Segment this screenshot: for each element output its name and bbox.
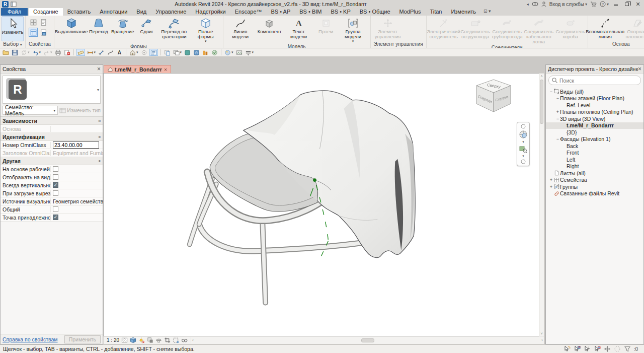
crop-view-icon[interactable]	[164, 337, 171, 343]
tree-item-3d-виды-3d-view-[interactable]: −3D виды (3D View)	[546, 115, 643, 122]
scroll-left-icon[interactable]: ‹	[191, 338, 195, 342]
ribbon-tab-bs-bim[interactable]: BS • BIM	[295, 8, 326, 16]
property-checkbox[interactable]	[53, 166, 58, 172]
customize-qat-icon[interactable]: ▾	[245, 49, 255, 56]
property-value[interactable]	[51, 174, 103, 180]
aligned-dimension-icon[interactable]	[98, 49, 105, 56]
vertical-scrollbar[interactable]: ˄ ˅	[539, 73, 544, 336]
ribbon-tab-файл[interactable]: Файл	[1, 8, 28, 16]
steering-wheel-icon[interactable]	[519, 130, 528, 139]
tool-model-text[interactable]: AТекст модели	[283, 16, 314, 44]
plugin-c-icon[interactable]	[202, 49, 209, 56]
revit-logo-icon[interactable]: R	[2, 1, 9, 8]
print-icon[interactable]	[54, 49, 62, 56]
sync-icon[interactable]: ▾	[20, 49, 30, 56]
properties-close-icon[interactable]: ×	[97, 65, 101, 73]
section-collapse-icon[interactable]: «	[97, 135, 102, 138]
help-icon[interactable]: ? ▾	[600, 1, 609, 7]
select-links-icon[interactable]	[564, 345, 571, 352]
tree-item-right[interactable]: Right	[546, 163, 643, 170]
tree-expander-icon[interactable]: −	[555, 136, 560, 142]
tool-reference-line[interactable]: Вспомогательная линия	[590, 16, 621, 41]
property-value[interactable]: ✓	[51, 182, 103, 188]
collapse-search-icon[interactable]: ◂	[527, 2, 529, 7]
open-folder-icon[interactable]	[2, 49, 10, 56]
ribbon-tab-управление[interactable]: Управление	[151, 8, 191, 16]
tree-expander-icon[interactable]: +	[549, 177, 553, 182]
section-collapse-icon[interactable]: «	[97, 160, 102, 162]
property-value[interactable]: Equipment and Furnishings	[51, 150, 103, 156]
property-value[interactable]: Геометрия семейства	[51, 198, 103, 204]
type-selector[interactable]: R ▾	[3, 76, 101, 104]
editable-only-icon[interactable]	[614, 345, 621, 352]
tool-component[interactable]: Компонент	[257, 16, 283, 44]
zoom-tool-icon[interactable]	[519, 145, 527, 153]
properties-palette-icon[interactable]	[29, 28, 38, 37]
scale-button[interactable]: 1 : 20	[107, 337, 119, 343]
nav-options-bottom-icon[interactable]	[521, 159, 526, 164]
copy-icon[interactable]	[164, 49, 171, 56]
vertical-scroll-thumb[interactable]	[540, 80, 543, 124]
tool-void-forms[interactable]: Полые формы▾	[190, 16, 221, 44]
tree-expander-icon[interactable]: −	[555, 96, 560, 101]
property-row[interactable]: Отображать на видах в ...	[1, 173, 103, 181]
render-icon[interactable]: ▾	[224, 49, 234, 56]
scroll-down-icon[interactable]: ˅	[540, 331, 542, 336]
tool-model-group[interactable]: Группа модели▾	[338, 16, 369, 44]
drag-on-selection-icon[interactable]	[604, 345, 611, 352]
tree-expander-icon[interactable]: −	[555, 116, 560, 121]
tree-item--3d-[interactable]: {3D}	[546, 129, 643, 136]
ribbon-tab-modplus[interactable]: ModPlus	[395, 8, 426, 16]
edit-type-button[interactable]: Изменить тип	[59, 107, 101, 113]
property-row[interactable]: Источник визуального ...Геометрия семейс…	[1, 197, 103, 205]
visual-style-icon[interactable]	[130, 337, 136, 343]
zoom-tool-caret-icon[interactable]: ▾	[522, 154, 524, 158]
tool-menu-caret-icon[interactable]: ▾	[352, 39, 354, 43]
property-checkbox[interactable]: ✓	[53, 215, 58, 220]
scroll-up-icon[interactable]: ˄	[540, 74, 542, 79]
steering-wheel-caret-icon[interactable]: ▾	[522, 140, 524, 144]
browser-search[interactable]	[548, 76, 641, 85]
ribbon-tab-изменить[interactable]: Изменить	[446, 8, 480, 16]
ribbon-tab-вставить[interactable]: Вставить	[63, 8, 96, 16]
tree-item-группы[interactable]: +Группы	[546, 183, 643, 190]
ribbon-tab-создание[interactable]: Создание	[29, 8, 63, 16]
select-by-face-icon[interactable]	[594, 345, 601, 352]
property-row[interactable]: Общий	[1, 205, 103, 214]
tool-revolve[interactable]: Вращение	[110, 16, 135, 44]
select-pinned-icon[interactable]	[584, 345, 591, 352]
restore-button[interactable]	[623, 1, 631, 7]
switch-windows-icon[interactable]: ▾	[173, 49, 183, 56]
family-category-icon[interactable]	[29, 18, 38, 27]
tree-item-листы-all-[interactable]: Листы (all)	[546, 170, 643, 177]
property-section-header[interactable]: Другая«	[1, 157, 103, 165]
section-collapse-icon[interactable]: «	[97, 119, 102, 122]
section-icon[interactable]: ▾	[87, 49, 97, 56]
tree-item-планы-этажей-floor-plan-[interactable]: −Планы этажей (Floor Plan)	[546, 95, 643, 102]
property-value[interactable]	[51, 166, 103, 172]
detail-line-icon[interactable]	[107, 49, 114, 56]
plugin-b-icon[interactable]	[193, 49, 200, 56]
rendering-icon[interactable]	[155, 337, 162, 343]
tool-model-line[interactable]: Линия модели	[225, 16, 256, 44]
property-row[interactable]: Точка принадлежности ...✓	[1, 214, 103, 222]
select-underlay-icon[interactable]	[574, 345, 581, 352]
render-gallery-icon[interactable]	[235, 49, 243, 56]
family-types-icon[interactable]	[39, 18, 48, 27]
property-value[interactable]	[51, 142, 103, 149]
shadows-icon[interactable]	[147, 337, 153, 343]
view-cube[interactable]: Сверху Спереди Справа	[473, 78, 514, 114]
tree-item-виды-all-[interactable]: −Виды (all)	[546, 88, 643, 95]
tool-blend[interactable]: Переход	[88, 16, 110, 44]
close-button[interactable]: ✕	[634, 1, 642, 7]
model-canvas[interactable]: Сверху Спереди Справа ▾ ▾	[103, 73, 539, 336]
property-checkbox[interactable]: ✓	[53, 182, 58, 188]
tree-item-front[interactable]: Front	[546, 150, 643, 157]
ribbon-tab-вид[interactable]: Вид	[132, 8, 151, 16]
family-parameters-icon[interactable]	[39, 28, 48, 37]
show-crop-icon[interactable]	[173, 337, 179, 343]
properties-help-link[interactable]: Справка по свойствам	[3, 336, 58, 342]
visibility-list-icon[interactable]	[149, 49, 158, 56]
workspace-icon[interactable]	[10, 1, 17, 8]
scroll-right-icon[interactable]: ›	[540, 338, 544, 342]
